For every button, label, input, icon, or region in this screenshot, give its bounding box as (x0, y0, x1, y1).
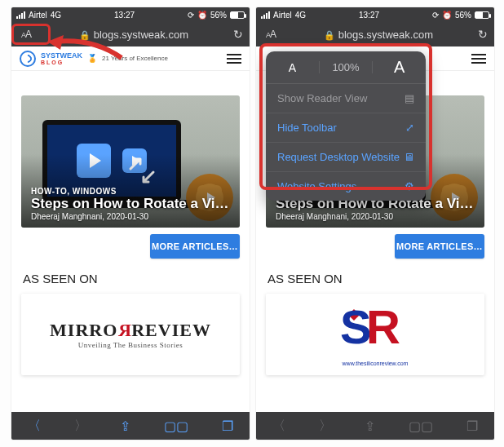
reload-button[interactable]: ↻ (478, 28, 488, 41)
as-seen-on-heading: AS SEEN ON (256, 265, 494, 289)
website-settings-button[interactable]: Website Settings ⚙ (266, 171, 426, 201)
carrier-label: Airtel (273, 11, 292, 20)
back-button[interactable]: 〈 (28, 418, 41, 435)
site-header: SYSTWEAK BLOG 🏅 21 Years of Excellence (11, 46, 250, 71)
article-title[interactable]: Steps on How to Rotate a Vide… (31, 196, 230, 212)
request-desktop-button[interactable]: Request Desktop Website 🖥 (266, 142, 426, 171)
tabs-button[interactable]: ❐ (466, 418, 478, 434)
alarm-icon: ⏰ (197, 11, 207, 20)
tagline-label: 21 Years of Excellence (102, 55, 168, 62)
more-articles-button[interactable]: MORE ARTICLES… (150, 234, 240, 259)
more-articles-button[interactable]: MORE ARTICLES… (395, 234, 484, 259)
network-label: 4G (51, 11, 61, 20)
clock-label: 13:27 (359, 11, 379, 20)
battery-pct: 56% (455, 11, 471, 20)
hamburger-menu-button[interactable] (227, 54, 241, 64)
back-button[interactable]: 〈 (272, 418, 285, 435)
aa-menu-button[interactable]: AA (18, 27, 34, 42)
signal-bars-icon (261, 11, 270, 19)
article-byline: Dheeraj Manghnani, 2020-01-30 (31, 212, 230, 221)
status-bar: Airtel 4G 13:27 ⟳ ⏰ 56% (256, 7, 494, 22)
forward-button[interactable]: 〉 (319, 418, 332, 435)
forward-button[interactable]: 〉 (74, 418, 87, 435)
text-smaller-button[interactable]: A (266, 61, 319, 74)
aa-menu-button[interactable]: AA (263, 27, 279, 42)
expand-icon: ⤢ (405, 122, 414, 134)
carrier-label: Airtel (29, 11, 47, 20)
press-logo-silicon-review: SR www.thesiliconreview.com (266, 294, 484, 375)
network-label: 4G (295, 11, 306, 20)
hide-toolbar-button[interactable]: Hide Toolbar ⤢ (266, 113, 426, 142)
article-byline: Dheeraj Manghnani, 2020-01-30 (276, 212, 475, 221)
reload-button[interactable]: ↻ (233, 28, 243, 41)
screenshot-left: Airtel 4G 13:27 ⟳ ⏰ 56% AA 🔒 blogs.systw… (11, 7, 250, 440)
article-card[interactable]: HOW-TO, WINDOWS Steps on How to Rotate a… (21, 95, 240, 228)
bookmarks-button[interactable]: ▢▢ (164, 418, 188, 434)
status-bar: Airtel 4G 13:27 ⟳ ⏰ 56% (11, 7, 250, 22)
safari-url-bar: AA 🔒 blogs.systweak.com ↻ (256, 22, 494, 46)
systweak-logo-icon (20, 51, 36, 67)
lock-icon: 🔒 (79, 30, 91, 40)
medal-icon: 🏅 (87, 54, 97, 63)
safari-bottom-toolbar: 〈 〉 ⇪ ▢▢ ❐ (256, 412, 494, 440)
text-larger-button[interactable]: A (373, 58, 426, 77)
signal-bars-icon (16, 11, 25, 19)
battery-pct: 56% (210, 11, 227, 20)
tabs-button[interactable]: ❐ (222, 418, 233, 434)
share-button[interactable]: ⇪ (365, 418, 375, 434)
as-seen-on-heading: AS SEEN ON (11, 265, 250, 289)
bookmarks-button[interactable]: ▢▢ (409, 418, 433, 434)
battery-icon (475, 11, 489, 19)
desktop-icon: 🖥 (404, 151, 414, 163)
alarm-icon: ⏰ (442, 11, 452, 20)
lock-icon: 🔒 (324, 30, 335, 40)
brand-label: SYSTWEAK BLOG (41, 51, 82, 65)
safari-bottom-toolbar: 〈 〉 ⇪ ▢▢ ❐ (11, 412, 250, 440)
reader-icon: ▤ (405, 92, 414, 104)
safari-url-bar: AA 🔒 blogs.systweak.com ↻ (11, 22, 250, 46)
gear-icon: ⚙ (405, 180, 414, 193)
page-url[interactable]: blogs.systweak.com (338, 29, 433, 41)
orientation-lock-icon: ⟳ (432, 11, 439, 20)
clock-label: 13:27 (114, 11, 135, 20)
zoom-level-label: 100% (319, 61, 374, 73)
article-categories[interactable]: HOW-TO, WINDOWS (31, 187, 230, 196)
hamburger-menu-button[interactable] (471, 54, 486, 64)
press-logo-mirror-review: MIRRORREVIEW Unveiling The Business Stor… (21, 294, 240, 375)
battery-icon (230, 11, 245, 19)
page-url[interactable]: blogs.systweak.com (94, 29, 188, 41)
aa-popup-menu: A 100% A Show Reader View ▤ Hide Toolbar… (266, 51, 426, 201)
show-reader-view-button[interactable]: Show Reader View ▤ (266, 84, 426, 113)
screenshot-right: Airtel 4G 13:27 ⟳ ⏰ 56% AA 🔒 blogs.systw… (256, 7, 494, 440)
orientation-lock-icon: ⟳ (188, 11, 194, 20)
share-button[interactable]: ⇪ (120, 418, 130, 434)
